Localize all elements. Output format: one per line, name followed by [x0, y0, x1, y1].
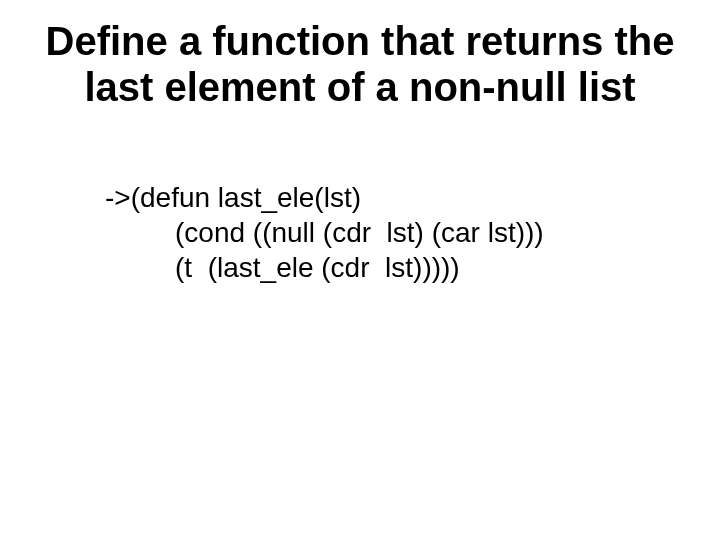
- code-line-3: (t (last_ele (cdr lst))))): [105, 250, 720, 285]
- code-line-1: ->(defun last_ele(lst): [105, 180, 720, 215]
- slide-title: Define a function that returns the last …: [0, 0, 720, 110]
- slide: Define a function that returns the last …: [0, 0, 720, 540]
- slide-body: ->(defun last_ele(lst) (cond ((null (cdr…: [0, 110, 720, 285]
- code-line-2: (cond ((null (cdr lst) (car lst))): [105, 215, 720, 250]
